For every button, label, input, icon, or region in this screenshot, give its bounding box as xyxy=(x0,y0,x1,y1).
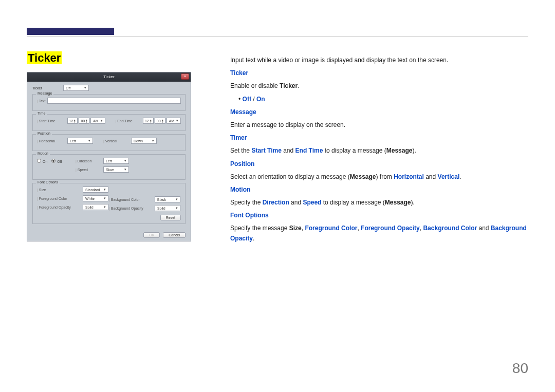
time-fieldset: Time Start Time 12▴▾ 00▴▾ AM▾ End Time 1… xyxy=(32,114,186,131)
bg-color-select[interactable]: Black▾ xyxy=(155,196,180,202)
font-desc: Specify the message Size, Foreground Col… xyxy=(230,223,528,243)
label-ticker: Ticker xyxy=(32,86,63,90)
heading-font-options: Font Options xyxy=(230,212,269,219)
label-horizontal: Horizontal xyxy=(37,139,65,143)
heading-message: Message xyxy=(230,108,256,116)
legend-message: Message xyxy=(36,91,53,95)
label-speed: Speed xyxy=(76,168,101,172)
label-size: Size xyxy=(37,188,81,192)
legend-time: Time xyxy=(36,111,47,115)
start-min[interactable]: 00▴▾ xyxy=(79,118,89,124)
heading-ticker: Ticker xyxy=(230,69,248,77)
motion-fieldset: Motion On Off Direction Left▾ Speed Slow… xyxy=(32,154,186,180)
motion-on-radio[interactable] xyxy=(37,159,41,163)
heading-motion: Motion xyxy=(230,186,250,193)
cancel-button[interactable]: Cancel xyxy=(163,232,186,238)
header-rule xyxy=(27,36,528,36)
speed-select[interactable]: Slow▾ xyxy=(103,166,129,173)
motion-off-radio[interactable] xyxy=(51,159,55,163)
start-hour[interactable]: 12▴▾ xyxy=(67,118,78,124)
dialog-footer: OK Cancel xyxy=(27,230,191,241)
chevron-down-icon: ▾ xyxy=(84,86,86,90)
label-text: Text xyxy=(37,99,45,103)
fg-opacity-select[interactable]: Solid▾ xyxy=(83,204,108,210)
horizontal-select[interactable]: Left▾ xyxy=(67,138,93,144)
heading-position: Position xyxy=(230,160,254,167)
font-options-fieldset: Font Options SizeStandard▾ Foreground Co… xyxy=(32,183,186,224)
end-hour[interactable]: 12▴▾ xyxy=(143,118,154,124)
label-bg-opacity: Background Opacity xyxy=(109,207,153,210)
content-column: Input text while a video or image is dis… xyxy=(230,55,528,247)
legend-motion: Motion xyxy=(36,152,50,155)
label-vertical: Vertical xyxy=(103,139,129,143)
ticker-select[interactable]: Off▾ xyxy=(63,85,89,91)
vertical-select[interactable]: Down▾ xyxy=(131,138,157,144)
position-fieldset: Position Horizontal Left▾ Vertical Down▾ xyxy=(32,134,186,151)
fg-color-select[interactable]: White▾ xyxy=(83,195,108,201)
label-off: Off xyxy=(57,160,62,163)
page-title: Ticker xyxy=(27,51,62,65)
reset-button[interactable]: Reset xyxy=(160,215,181,220)
close-button[interactable]: × xyxy=(181,73,189,80)
offon-bullet: Off / On xyxy=(238,95,528,104)
message-input[interactable] xyxy=(47,98,181,104)
ticker-dialog: Ticker × Ticker Off▾ Message Text Time S… xyxy=(27,72,191,241)
label-on: On xyxy=(43,160,47,163)
page-number: 80 xyxy=(512,360,528,377)
position-desc: Select an orientation to display a messa… xyxy=(230,172,528,182)
message-desc: Enter a message to display on the screen… xyxy=(230,120,528,130)
label-fg-opacity: Foreground Opacity xyxy=(37,206,81,209)
ok-button[interactable]: OK xyxy=(143,232,160,238)
bg-opacity-select[interactable]: Solid▾ xyxy=(155,205,180,211)
header-accent xyxy=(27,28,114,35)
direction-select[interactable]: Left▾ xyxy=(103,158,129,164)
label-fg-color: Foreground Color xyxy=(37,197,81,200)
dialog-titlebar: Ticker × xyxy=(27,72,191,82)
label-direction: Direction xyxy=(76,159,101,163)
motion-desc: Specify the Direction and Speed to displ… xyxy=(230,198,528,208)
label-start-time: Start Time xyxy=(37,119,65,123)
dialog-title: Ticker xyxy=(103,74,114,79)
start-ampm[interactable]: AM▾ xyxy=(90,118,105,124)
legend-position: Position xyxy=(36,132,52,135)
intro-text: Input text while a video or image is dis… xyxy=(230,55,528,65)
label-bg-color: Background Color xyxy=(109,198,153,201)
message-fieldset: Message Text xyxy=(32,94,186,111)
heading-timer: Timer xyxy=(230,134,247,141)
ticker-desc: Enable or disable Ticker. xyxy=(230,81,528,91)
label-end-time: End Time xyxy=(115,119,141,123)
legend-font-options: Font Options xyxy=(36,180,60,184)
end-ampm[interactable]: AM▾ xyxy=(166,118,181,124)
end-min[interactable]: 00▴▾ xyxy=(155,118,165,124)
size-select[interactable]: Standard▾ xyxy=(83,186,108,193)
timer-desc: Set the Start Time and End Time to displ… xyxy=(230,146,528,156)
